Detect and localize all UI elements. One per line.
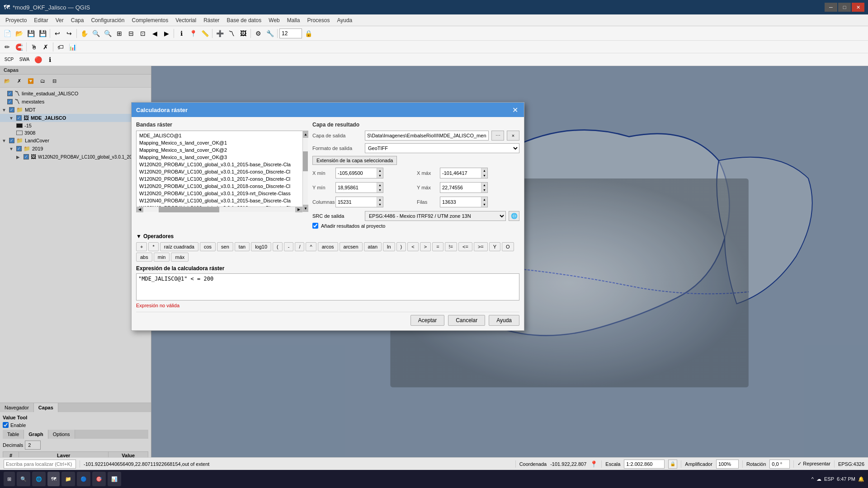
menu-raster[interactable]: Ráster xyxy=(200,16,223,25)
ymax-down[interactable]: ▼ xyxy=(481,188,487,192)
search-input[interactable] xyxy=(4,460,76,469)
src-select[interactable]: EPSG:4486 - Mexico ITRF92 / UTM zone 13N xyxy=(365,211,506,221)
op-sqrt[interactable]: raíz cuadrada xyxy=(160,242,198,251)
bandas-list[interactable]: MDE_JALISCO@1 Mapping_Mexico_s_land_cove… xyxy=(136,131,308,212)
expr-textarea[interactable]: "MDE_JALISCO@1" < = 200 xyxy=(136,273,519,300)
op-minus[interactable]: - xyxy=(284,242,294,251)
zoom-selection-btn[interactable]: ⊡ xyxy=(137,28,148,39)
zoom-next-btn[interactable]: ▶ xyxy=(161,28,172,39)
menu-editar[interactable]: Editar xyxy=(30,16,52,25)
op-log10[interactable]: log10 xyxy=(251,242,271,251)
filas-up[interactable]: ▲ xyxy=(481,197,487,202)
formato-salida-select[interactable]: GeoTIFF xyxy=(365,143,519,153)
label-btn[interactable]: 🏷 xyxy=(55,42,66,52)
menu-ver[interactable]: Ver xyxy=(52,16,67,25)
src-crs-btn[interactable]: 🌐 xyxy=(509,211,519,221)
op-or[interactable]: O xyxy=(502,242,514,251)
extension-button[interactable]: Extensión de la capa seleccionada xyxy=(312,156,397,165)
op-cos[interactable]: cos xyxy=(200,242,216,251)
menu-base-datos[interactable]: Base de datos xyxy=(223,16,265,25)
add-vector-btn[interactable]: 〽 xyxy=(226,28,237,39)
save-as-btn[interactable]: 💾 xyxy=(37,28,48,39)
digitize-btn[interactable]: ✏ xyxy=(2,42,13,52)
aceptar-button[interactable]: Aceptar xyxy=(410,315,444,326)
scroll-thumb[interactable] xyxy=(303,151,308,171)
operadores-header[interactable]: ▼ Operadores xyxy=(136,233,519,239)
op-multiply[interactable]: * xyxy=(148,242,158,251)
op-close-paren[interactable]: ) xyxy=(396,242,406,251)
redo-btn[interactable]: ↪ xyxy=(64,28,75,39)
xmin-up[interactable]: ▲ xyxy=(377,168,383,173)
anadir-checkbox[interactable] xyxy=(312,223,318,229)
capa-salida-clear-btn[interactable]: × xyxy=(507,131,519,141)
start-button[interactable]: ⊞ xyxy=(4,472,15,486)
dialog-close-button[interactable]: ✕ xyxy=(510,105,519,114)
swa-btn[interactable]: SWA xyxy=(17,54,32,65)
ymin-up[interactable]: ▲ xyxy=(377,183,383,188)
bandas-item-0[interactable]: MDE_JALISCO@1 xyxy=(137,132,307,139)
scale-lock-btn[interactable]: 🔒 xyxy=(303,28,314,39)
diagram-btn[interactable]: 📊 xyxy=(67,42,78,52)
taskbar-app5-btn[interactable]: 🎯 xyxy=(92,472,106,486)
op-gt[interactable]: > xyxy=(420,242,431,251)
columnas-up[interactable]: ▲ xyxy=(377,197,383,202)
undo-btn[interactable]: ↩ xyxy=(52,28,63,39)
columnas-input[interactable] xyxy=(336,197,377,207)
scale-input[interactable] xyxy=(279,28,302,38)
rotacion-input[interactable] xyxy=(769,460,790,469)
t3-btn2[interactable]: ℹ xyxy=(44,54,55,65)
columnas-down[interactable]: ▼ xyxy=(377,202,383,207)
measure-btn[interactable]: 📏 xyxy=(199,28,210,39)
op-arcsen[interactable]: arcsen xyxy=(340,242,363,251)
add-layer-btn[interactable]: ➕ xyxy=(214,28,225,39)
op-gte[interactable]: >= xyxy=(474,242,488,251)
op-min[interactable]: min xyxy=(154,253,170,262)
add-raster-btn[interactable]: 🖼 xyxy=(238,28,249,39)
taskbar-files-btn[interactable]: 📁 xyxy=(61,472,75,486)
bandas-item-7[interactable]: W120N20_PROBAV_LC100_global_v3.0.1_2018-… xyxy=(137,183,307,190)
scp-btn[interactable]: SCP xyxy=(2,54,16,65)
op-sen[interactable]: sen xyxy=(217,242,233,251)
xmax-down[interactable]: ▼ xyxy=(481,173,487,178)
capa-salida-browse-btn[interactable]: ⋯ xyxy=(491,131,504,141)
op-lt[interactable]: < xyxy=(407,242,418,251)
bandas-item-1[interactable]: Mapping_Mexico_s_land_cover_OK@1 xyxy=(137,139,307,146)
zoom-in-btn[interactable]: 🔍 xyxy=(90,28,101,39)
scroll-down[interactable]: ▼ xyxy=(303,205,308,212)
zoom-prev-btn[interactable]: ◀ xyxy=(149,28,160,39)
zoom-full-btn[interactable]: ⊞ xyxy=(114,28,125,39)
op-ln[interactable]: ln xyxy=(383,242,395,251)
save-btn[interactable]: 💾 xyxy=(25,28,36,39)
bandas-item-9[interactable]: W120N40_PROBAV_LC100_global_v3.0.1_2015-… xyxy=(137,197,307,204)
pan-btn[interactable]: ✋ xyxy=(79,28,90,39)
ymin-input[interactable] xyxy=(336,183,377,192)
escala-input[interactable] xyxy=(624,460,665,469)
open-btn[interactable]: 📂 xyxy=(14,28,24,39)
h-scroll-right[interactable]: ▶ xyxy=(295,207,302,212)
xmin-input[interactable] xyxy=(336,168,377,178)
op-eq[interactable]: = xyxy=(432,242,443,251)
menu-ayuda[interactable]: Ayuda xyxy=(333,16,356,25)
new-project-btn[interactable]: 📄 xyxy=(2,28,13,39)
bandas-item-4[interactable]: W120N20_PROBAV_LC100_global_v3.0.1_2015-… xyxy=(137,161,307,168)
bandas-item-8[interactable]: W120N20_PROBAV_LC100_global_v3.0.1_2019-… xyxy=(137,190,307,197)
t3-btn1[interactable]: 🔴 xyxy=(33,54,43,65)
bandas-item-5[interactable]: W120N20_PROBAV_LC100_global_v3.0.1_2016-… xyxy=(137,168,307,175)
op-lte[interactable]: <= xyxy=(458,242,472,251)
op-open-paren[interactable]: ( xyxy=(273,242,283,251)
op-divide[interactable]: / xyxy=(295,242,304,251)
menu-configuracion[interactable]: Configuración xyxy=(87,16,128,25)
bandas-item-3[interactable]: Mapping_Mexico_s_land_cover_OK@3 xyxy=(137,154,307,161)
zoom-layer-btn[interactable]: ⊟ xyxy=(126,28,137,39)
op-tan[interactable]: tan xyxy=(235,242,250,251)
zoom-out-btn[interactable]: 🔍 xyxy=(102,28,113,39)
menu-malla[interactable]: Malla xyxy=(283,16,304,25)
menu-proyecto[interactable]: Proyecto xyxy=(2,16,30,25)
h-scroll-thumb[interactable] xyxy=(159,207,219,212)
filas-down[interactable]: ▼ xyxy=(481,202,487,207)
menu-procesos[interactable]: Procesos xyxy=(303,16,333,25)
select-btn[interactable]: 📍 xyxy=(188,28,198,39)
ayuda-button[interactable]: Ayuda xyxy=(489,315,519,326)
minimize-button[interactable]: ─ xyxy=(825,3,837,12)
bandas-item-2[interactable]: Mapping_Mexico_s_land_cover_OK@2 xyxy=(137,146,307,154)
